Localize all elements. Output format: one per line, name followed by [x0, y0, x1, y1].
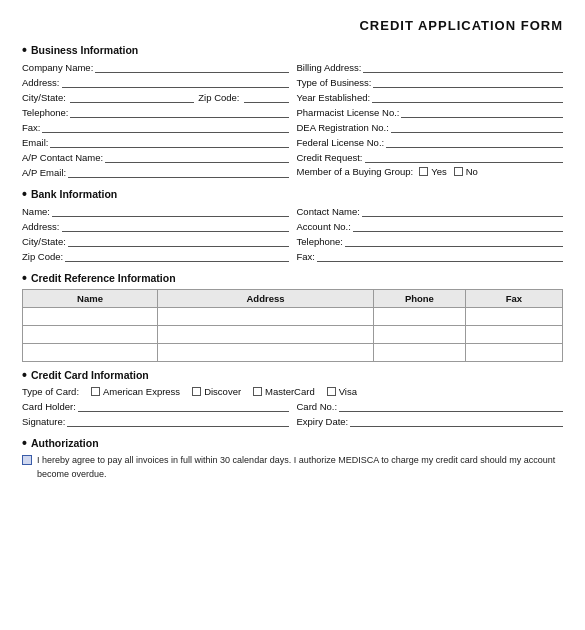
bank-zip-input[interactable]: [65, 250, 288, 262]
no-checkbox[interactable]: [454, 167, 463, 176]
card-left: Card Holder: Signature:: [22, 400, 289, 430]
field-city-zip: City/State: Zip Code:: [22, 91, 289, 103]
bullet-credit-ref: •: [22, 271, 27, 285]
bullet-bank: •: [22, 187, 27, 201]
card-no-input[interactable]: [339, 400, 563, 412]
year-est-input[interactable]: [372, 91, 563, 103]
field-bank-city: City/State:: [22, 235, 289, 247]
field-email: Email:: [22, 136, 289, 148]
field-ap-contact: A/P Contact Name:: [22, 151, 289, 163]
authorization-text: I hereby agree to pay all invoices in fu…: [37, 454, 563, 481]
ref-name-1[interactable]: [23, 308, 158, 326]
col-address: Address: [158, 290, 374, 308]
card-visa: Visa: [327, 386, 357, 397]
federal-license-input[interactable]: [386, 136, 563, 148]
field-bank-name: Name:: [22, 205, 289, 217]
field-bank-zip: Zip Code:: [22, 250, 289, 262]
field-pharmacist-license: Pharmacist License No.:: [297, 106, 564, 118]
card-holder-input[interactable]: [78, 400, 289, 412]
field-buying-group: Member of a Buying Group: Yes No: [297, 166, 564, 177]
section-credit-ref-header: • Credit Reference Information: [22, 271, 563, 285]
bank-right: Contact Name: Account No.: Telephone: Fa…: [297, 205, 564, 265]
bank-address-input[interactable]: [62, 220, 289, 232]
fax-input[interactable]: [42, 121, 288, 133]
authorization-checkbox[interactable]: [22, 455, 32, 465]
field-fax: Fax:: [22, 121, 289, 133]
ref-fax-2[interactable]: [465, 326, 562, 344]
contact-name-input[interactable]: [362, 205, 563, 217]
bank-telephone-input[interactable]: [345, 235, 563, 247]
ref-phone-2[interactable]: [374, 326, 466, 344]
field-card-no: Card No.:: [297, 400, 564, 412]
authorization-row: I hereby agree to pay all invoices in fu…: [22, 454, 563, 481]
ref-name-3[interactable]: [23, 344, 158, 362]
field-year-established: Year Established:: [297, 91, 564, 103]
visa-checkbox[interactable]: [327, 387, 336, 396]
ref-phone-1[interactable]: [374, 308, 466, 326]
field-telephone: Telephone:: [22, 106, 289, 118]
yes-no-group: Yes No: [419, 166, 478, 177]
bank-name-input[interactable]: [52, 205, 289, 217]
billing-address-input[interactable]: [363, 61, 563, 73]
field-ap-email: A/P Email:: [22, 166, 289, 178]
bank-fields: Name: Address: City/State: Zip Code: Con…: [22, 205, 563, 265]
ap-email-input[interactable]: [68, 166, 288, 178]
zip-input[interactable]: [244, 91, 289, 103]
company-name-input[interactable]: [95, 61, 288, 73]
credit-request-input[interactable]: [365, 151, 563, 163]
ref-address-3[interactable]: [158, 344, 374, 362]
section-bank-header: • Bank Information: [22, 187, 563, 201]
field-signature: Signature:: [22, 415, 289, 427]
signature-input[interactable]: [67, 415, 288, 427]
account-no-input[interactable]: [353, 220, 563, 232]
card-discover: Discover: [192, 386, 241, 397]
amex-checkbox[interactable]: [91, 387, 100, 396]
field-company-name: Company Name:: [22, 61, 289, 73]
ref-fax-3[interactable]: [465, 344, 562, 362]
bullet-authorization: •: [22, 436, 27, 450]
bank-city-input[interactable]: [68, 235, 289, 247]
email-input[interactable]: [50, 136, 288, 148]
business-right: Billing Address: Type of Business: Year …: [297, 61, 564, 181]
bullet-credit-card: •: [22, 368, 27, 382]
table-row: [23, 308, 563, 326]
business-left: Company Name: Address: City/State: Zip C…: [22, 61, 289, 181]
telephone-input[interactable]: [70, 106, 288, 118]
section-authorization-header: • Authorization: [22, 436, 563, 450]
section-business-header: • Business Information: [22, 43, 563, 57]
credit-card-fields: Card Holder: Signature: Card No.: Expiry…: [22, 400, 563, 430]
field-account-no: Account No.:: [297, 220, 564, 232]
credit-reference-table: Name Address Phone Fax: [22, 289, 563, 362]
section-credit-card-header: • Credit Card Information: [22, 368, 563, 382]
dea-input[interactable]: [391, 121, 563, 133]
field-billing-address: Billing Address:: [297, 61, 564, 73]
discover-checkbox[interactable]: [192, 387, 201, 396]
ref-address-2[interactable]: [158, 326, 374, 344]
ref-phone-3[interactable]: [374, 344, 466, 362]
field-expiry: Expiry Date:: [297, 415, 564, 427]
expiry-input[interactable]: [350, 415, 563, 427]
ref-fax-1[interactable]: [465, 308, 562, 326]
address-input[interactable]: [62, 76, 289, 88]
field-contact-name: Contact Name:: [297, 205, 564, 217]
mastercard-checkbox[interactable]: [253, 387, 262, 396]
city-input[interactable]: [70, 91, 194, 103]
field-type-of-business: Type of Business:: [297, 76, 564, 88]
col-name: Name: [23, 290, 158, 308]
type-business-input[interactable]: [373, 76, 563, 88]
ap-contact-input[interactable]: [105, 151, 288, 163]
yes-checkbox[interactable]: [419, 167, 428, 176]
pharmacist-input[interactable]: [401, 106, 563, 118]
field-dea: DEA Registration No.:: [297, 121, 564, 133]
col-phone: Phone: [374, 290, 466, 308]
bank-fax-input[interactable]: [317, 250, 563, 262]
ref-name-2[interactable]: [23, 326, 158, 344]
ref-address-1[interactable]: [158, 308, 374, 326]
card-right: Card No.: Expiry Date:: [297, 400, 564, 430]
type-of-card-label: Type of Card:: [22, 386, 79, 397]
field-card-holder: Card Holder:: [22, 400, 289, 412]
field-bank-address: Address:: [22, 220, 289, 232]
col-fax: Fax: [465, 290, 562, 308]
page-title: CREDIT APPLICATION FORM: [22, 18, 563, 33]
bullet-business: •: [22, 43, 27, 57]
